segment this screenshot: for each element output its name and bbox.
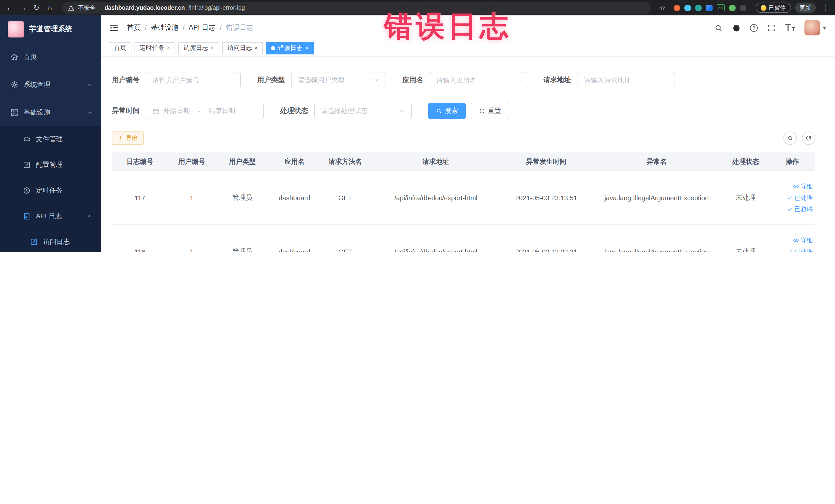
col-exception-name: 异常名: [591, 157, 722, 166]
extension-icon[interactable]: [673, 4, 680, 11]
extension-icon[interactable]: [684, 4, 691, 11]
extension-icon[interactable]: [695, 4, 701, 11]
update-button[interactable]: 更新: [795, 3, 815, 13]
infrastructure-submenu: 文件管理 配置管理 定时任务 API 日志 访问日志: [0, 126, 101, 252]
back-button[interactable]: ←: [3, 1, 16, 14]
extension-icon[interactable]: [729, 4, 735, 11]
sidebar-item-label: 访问日志: [43, 237, 70, 246]
github-icon[interactable]: [732, 23, 741, 32]
search-button[interactable]: 搜索: [428, 103, 466, 119]
tab-label: 访问日志: [227, 44, 252, 53]
breadcrumb-separator: /: [145, 24, 147, 32]
cell-exception-name: java.lang.IllegalArgumentException: [591, 248, 722, 252]
refresh-button[interactable]: [802, 132, 815, 145]
range-separator: -: [194, 107, 205, 115]
home-button[interactable]: ⌂: [43, 1, 57, 14]
tab-dispatch-log[interactable]: 调度日志×: [178, 42, 219, 54]
page: ← → ↻ ⌂ 不安全 | dashboard.yudao.iocoder.cn…: [0, 0, 835, 252]
exception-time-label: 异常时间: [112, 106, 140, 116]
cell-log-id: 116: [112, 248, 168, 252]
sidebar-item-system-mgmt[interactable]: 系统管理: [0, 71, 101, 99]
close-icon[interactable]: ×: [305, 45, 308, 51]
detail-link[interactable]: 详细: [793, 236, 813, 245]
cell-method: GET: [320, 194, 371, 202]
col-request-url: 请求地址: [371, 157, 501, 166]
tab-label: 调度日志: [184, 44, 208, 53]
process-status-label: 处理状态: [280, 106, 308, 116]
tab-home[interactable]: 首页: [109, 42, 131, 54]
font-size-icon[interactable]: [785, 24, 795, 31]
sidebar-item-file-mgmt[interactable]: 文件管理: [0, 126, 101, 152]
user-menu[interactable]: ▾: [805, 20, 826, 36]
table-row: 116 1 管理员 dashboard GET /api/infra/db-do…: [112, 225, 815, 252]
bookmark-star-icon[interactable]: ☆: [656, 1, 669, 14]
cloud-icon: [23, 135, 31, 143]
forward-button[interactable]: →: [16, 1, 30, 14]
cell-user-id: 1: [168, 194, 216, 202]
filter-row-2: 异常时间 开始日期 - 结束日期 处理状态 请选择处理状态: [112, 103, 815, 119]
app-name-label: 应用名: [403, 76, 423, 85]
eye-icon: [793, 237, 799, 243]
tab-scheduled-jobs[interactable]: 定时任务×: [135, 42, 175, 54]
close-icon[interactable]: ×: [167, 45, 170, 51]
reset-button[interactable]: 重置: [471, 103, 509, 119]
app-header: 首页 / 基础设施 / API 日志 / 错误日志 ? ▾: [101, 15, 835, 40]
app-logo[interactable]: 芋道管理系统: [0, 15, 101, 43]
sidebar-item-label: API 日志: [36, 211, 62, 221]
sidebar: 芋道管理系统 首页 系统管理 基础设施 文件管理: [0, 15, 101, 252]
reload-button[interactable]: ↻: [30, 1, 43, 14]
sidebar-item-label: 首页: [24, 53, 37, 62]
chevron-down-icon: [373, 77, 380, 83]
update-label: 更新: [799, 4, 811, 12]
help-icon[interactable]: ?: [750, 24, 758, 32]
chevron-up-icon: [87, 109, 93, 116]
cell-user-id: 1: [168, 248, 216, 252]
url-bar[interactable]: 不安全 | dashboard.yudao.iocoder.cn/infra/l…: [62, 2, 651, 14]
tab-access-log[interactable]: 访问日志×: [222, 42, 263, 54]
browser-menu-button[interactable]: ⋮: [819, 1, 832, 14]
paused-button[interactable]: 已暂停: [755, 3, 791, 13]
extension-icon[interactable]: [739, 4, 746, 11]
detail-link[interactable]: 详细: [793, 182, 813, 191]
exception-time-range[interactable]: 开始日期 - 结束日期: [146, 103, 264, 119]
breadcrumb-item[interactable]: 基础设施: [151, 23, 179, 32]
edit-icon: [23, 161, 31, 169]
processed-link[interactable]: 已处理: [787, 247, 813, 252]
breadcrumb-item[interactable]: 首页: [127, 23, 141, 32]
close-icon[interactable]: ×: [254, 45, 258, 51]
export-button[interactable]: 导出: [112, 132, 144, 145]
col-exception-time: 异常发生时间: [501, 157, 591, 166]
toggle-search-button[interactable]: [783, 132, 796, 145]
browser-chrome: ← → ↻ ⌂ 不安全 | dashboard.yudao.iocoder.cn…: [0, 0, 835, 15]
clock-icon: [23, 186, 31, 195]
sidebar-item-home[interactable]: 首页: [0, 43, 101, 71]
extension-on-badge[interactable]: on: [716, 4, 725, 11]
user-id-input[interactable]: [146, 72, 241, 88]
tab-label: 定时任务: [140, 44, 164, 53]
col-user-id: 用户编号: [168, 157, 216, 166]
sidebar-item-infrastructure[interactable]: 基础设施: [0, 99, 101, 126]
edit-square-icon: [30, 238, 38, 246]
hamburger-icon[interactable]: [109, 23, 119, 33]
search-icon[interactable]: [714, 23, 723, 32]
app-name-input[interactable]: [429, 72, 527, 88]
request-url-label: 请求地址: [544, 76, 571, 85]
logo-image: [8, 21, 24, 38]
sidebar-item-access-log[interactable]: 访问日志: [0, 229, 101, 252]
fullscreen-icon[interactable]: [767, 23, 776, 32]
tab-error-log[interactable]: 错误日志×: [266, 42, 314, 54]
processed-link[interactable]: 已处理: [787, 193, 813, 202]
filter-row-1: 用户编号 用户类型 请选择用户类型 应用名 请求地址: [112, 72, 815, 88]
extension-icon[interactable]: [706, 4, 712, 11]
sidebar-item-api-log[interactable]: API 日志: [0, 203, 101, 229]
user-type-select[interactable]: 请选择用户类型: [291, 72, 386, 88]
ignored-link[interactable]: 已忽略: [787, 205, 813, 213]
sidebar-item-config-mgmt[interactable]: 配置管理: [0, 152, 101, 178]
close-icon[interactable]: ×: [211, 45, 214, 51]
paused-label: 已暂停: [769, 4, 786, 12]
process-status-select[interactable]: 请选择处理状态: [314, 103, 412, 119]
request-url-input[interactable]: [577, 72, 675, 88]
sidebar-item-scheduled-jobs[interactable]: 定时任务: [0, 178, 101, 203]
breadcrumb-item[interactable]: API 日志: [189, 23, 216, 32]
check-icon: [787, 248, 793, 252]
